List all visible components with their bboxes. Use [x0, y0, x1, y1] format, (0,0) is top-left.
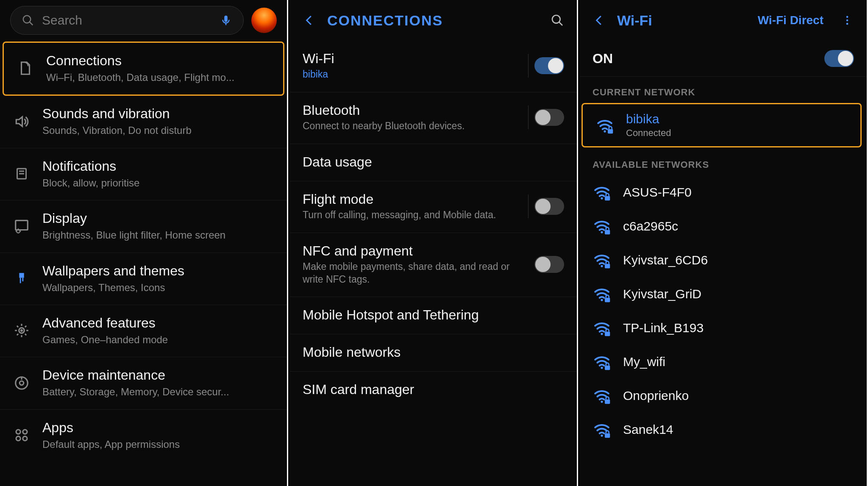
wifi-toggle[interactable] [534, 57, 564, 74]
settings-item-display[interactable]: Display Brightness, Blue light filter, H… [0, 200, 287, 253]
display-icon [13, 217, 31, 235]
wifi-secured-icon [593, 319, 611, 337]
gear-plus-icon [13, 322, 31, 339]
settings-panel: Search Connections Wi–Fi, Bluetooth, Dat… [0, 0, 288, 486]
connections-panel: CONNECTIONS Wi-Fi bibika Bluetooth Conne… [290, 0, 578, 486]
network-ssid: Onoprienko [623, 389, 689, 403]
network-ssid: ASUS-F4F0 [623, 185, 692, 200]
section-available-label: AVAILABLE NETWORKS [580, 149, 867, 175]
wifi-header: Wi-Fi Wi-Fi Direct [580, 0, 867, 41]
network-ssid: c6a2965c [623, 219, 678, 233]
available-network-row[interactable]: My_wifi [580, 345, 867, 379]
more-menu-button[interactable] [838, 11, 857, 30]
header-title: Wi-Fi [617, 12, 749, 29]
connections-item-flight-mode[interactable]: Flight mode Turn off calling, messaging,… [290, 181, 577, 233]
available-networks-list: ASUS-F4F0 c6a2965c Kyivstar_6CD6 Kyivsta… [580, 175, 867, 447]
bluetooth-toggle[interactable] [534, 109, 564, 126]
on-label: ON [593, 51, 824, 67]
maintenance-icon [13, 374, 31, 392]
item-title: Connections [46, 52, 271, 69]
wifi-direct-button[interactable]: Wi-Fi Direct [758, 14, 823, 27]
item-subtitle: Make mobile payments, share data, and re… [303, 261, 527, 286]
back-button[interactable] [590, 11, 609, 30]
network-ssid: bibika [626, 112, 671, 126]
network-ssid: Kyivstar_GriD [623, 287, 701, 301]
network-status: Connected [626, 128, 671, 139]
brush-icon [13, 269, 31, 287]
item-subtitle: Wallpapers, Themes, Icons [42, 281, 275, 294]
profile-avatar[interactable] [251, 8, 277, 33]
nfc-toggle[interactable] [534, 256, 564, 273]
wifi-master-toggle[interactable] [824, 50, 854, 67]
item-title: Mobile networks [303, 344, 564, 360]
connections-item-wifi[interactable]: Wi-Fi bibika [290, 41, 577, 92]
settings-item-apps[interactable]: Apps Default apps, App permissions [0, 410, 287, 461]
connections-item-hotspot[interactable]: Mobile Hotspot and Tethering [290, 297, 577, 334]
network-ssid: TP-Link_B193 [623, 321, 704, 335]
connections-item-bluetooth[interactable]: Bluetooth Connect to nearby Bluetooth de… [290, 92, 577, 144]
wifi-secured-icon [593, 217, 611, 236]
item-subtitle: bibika [303, 68, 520, 81]
available-network-row[interactable]: Kyivstar_GriD [580, 277, 867, 311]
available-network-row[interactable]: Onoprienko [580, 379, 867, 413]
sim-icon [17, 59, 34, 77]
mic-icon[interactable] [220, 14, 232, 27]
settings-item-advanced[interactable]: Advanced features Games, One–handed mode [0, 305, 287, 357]
item-subtitle: Wi–Fi, Bluetooth, Data usage, Flight mo.… [46, 71, 271, 84]
search-icon [22, 14, 34, 27]
network-ssid: My_wifi [623, 355, 665, 369]
item-subtitle: Games, One–handed mode [42, 333, 275, 347]
settings-search[interactable]: Search [10, 6, 244, 35]
item-title: Notifications [42, 158, 275, 175]
settings-item-connections[interactable]: Connections Wi–Fi, Bluetooth, Data usage… [3, 42, 284, 96]
settings-item-sounds[interactable]: Sounds and vibration Sounds, Vibration, … [0, 96, 287, 148]
connections-item-nfc[interactable]: NFC and payment Make mobile payments, sh… [290, 233, 577, 297]
wifi-panel: Wi-Fi Wi-Fi Direct ON CURRENT NETWORK bi… [580, 0, 868, 486]
item-subtitle: Turn off calling, messaging, and Mobile … [303, 209, 520, 222]
item-title: Flight mode [303, 192, 520, 207]
wifi-secured-icon [593, 420, 611, 439]
search-button[interactable] [548, 11, 567, 30]
settings-item-maintenance[interactable]: Device maintenance Battery, Storage, Mem… [0, 357, 287, 409]
settings-item-wallpapers[interactable]: Wallpapers and themes Wallpapers, Themes… [0, 253, 287, 305]
available-network-row[interactable]: ASUS-F4F0 [580, 175, 867, 209]
item-title: Mobile Hotspot and Tethering [303, 307, 564, 323]
apps-icon [13, 426, 31, 444]
wifi-secured-icon [593, 353, 611, 371]
current-network-row[interactable]: bibika Connected [583, 104, 860, 146]
wifi-master-switch-row[interactable]: ON [580, 41, 867, 77]
item-title: Device maintenance [42, 367, 275, 383]
item-title: SIM card manager [303, 382, 564, 397]
item-title: Data usage [303, 154, 564, 170]
item-subtitle: Sounds, Vibration, Do not disturb [42, 124, 275, 137]
section-current-label: CURRENT NETWORK [580, 77, 867, 103]
divider [528, 106, 529, 129]
item-title: NFC and payment [303, 243, 527, 259]
item-subtitle: Block, allow, prioritise [42, 176, 275, 190]
connections-item-mobile-networks[interactable]: Mobile networks [290, 334, 577, 372]
header-title: CONNECTIONS [327, 12, 540, 29]
settings-list: Connections Wi–Fi, Bluetooth, Data usage… [0, 41, 287, 461]
current-network-highlight: bibika Connected [581, 103, 862, 147]
available-network-row[interactable]: TP-Link_B193 [580, 311, 867, 345]
item-title: Advanced features [42, 314, 275, 331]
connections-item-sim-manager[interactable]: SIM card manager [290, 372, 577, 408]
item-subtitle: Battery, Storage, Memory, Device secur..… [42, 385, 275, 399]
wifi-secured-icon [593, 386, 611, 405]
available-network-row[interactable]: Sanek14 [580, 413, 867, 447]
connections-header: CONNECTIONS [290, 0, 577, 41]
available-network-row[interactable]: Kyivstar_6CD6 [580, 243, 867, 277]
available-network-row[interactable]: c6a2965c [580, 209, 867, 243]
settings-item-notifications[interactable]: Notifications Block, allow, prioritise [0, 148, 287, 200]
item-title: Sounds and vibration [42, 105, 275, 122]
settings-topbar: Search [0, 0, 287, 41]
back-button[interactable] [300, 11, 319, 30]
wifi-secured-icon [593, 183, 611, 202]
item-title: Display [42, 210, 275, 227]
flight-mode-toggle[interactable] [534, 198, 564, 215]
wifi-secured-icon [595, 116, 614, 135]
item-title: Wallpapers and themes [42, 262, 275, 279]
wifi-secured-icon [593, 285, 611, 303]
connections-list: Wi-Fi bibika Bluetooth Connect to nearby… [290, 41, 577, 408]
connections-item-data-usage[interactable]: Data usage [290, 144, 577, 181]
